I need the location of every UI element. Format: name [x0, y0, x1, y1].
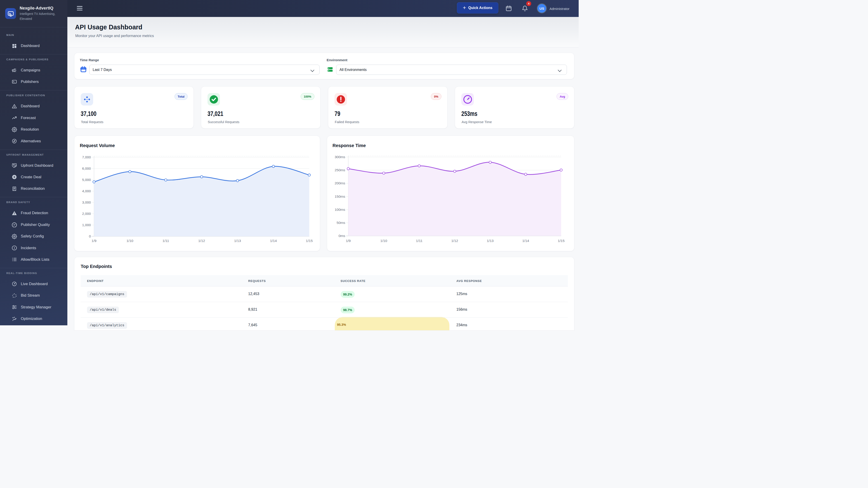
svg-text:50ms: 50ms: [337, 221, 345, 225]
svg-text:1/11: 1/11: [162, 239, 169, 242]
svg-text:250ms: 250ms: [335, 168, 345, 172]
svg-text:3,000: 3,000: [82, 200, 91, 204]
svg-text:100ms: 100ms: [335, 207, 345, 212]
svg-text:4,000: 4,000: [82, 189, 91, 193]
svg-text:1/15: 1/15: [558, 239, 564, 242]
svg-text:1/9: 1/9: [92, 239, 96, 242]
svg-text:1/15: 1/15: [306, 239, 313, 242]
svg-text:1/13: 1/13: [487, 239, 494, 242]
svg-text:7,000: 7,000: [82, 155, 91, 159]
svg-text:1/9: 1/9: [346, 239, 351, 242]
svg-text:2,000: 2,000: [82, 212, 91, 216]
svg-text:1/13: 1/13: [234, 239, 241, 242]
svg-text:200ms: 200ms: [335, 181, 345, 185]
svg-text:1/14: 1/14: [522, 239, 529, 242]
svg-text:1/10: 1/10: [127, 239, 133, 242]
svg-text:150ms: 150ms: [335, 195, 345, 198]
svg-text:1/12: 1/12: [198, 239, 205, 242]
svg-text:0: 0: [89, 234, 91, 238]
svg-text:300ms: 300ms: [335, 155, 345, 159]
svg-text:1,000: 1,000: [82, 223, 91, 227]
svg-text:0ms: 0ms: [339, 234, 345, 238]
svg-text:1/14: 1/14: [270, 239, 277, 242]
svg-text:1/12: 1/12: [452, 239, 458, 242]
svg-text:6,000: 6,000: [82, 166, 91, 170]
svg-text:5,000: 5,000: [82, 178, 91, 182]
svg-text:1/10: 1/10: [380, 239, 388, 242]
svg-text:1/11: 1/11: [416, 239, 423, 242]
